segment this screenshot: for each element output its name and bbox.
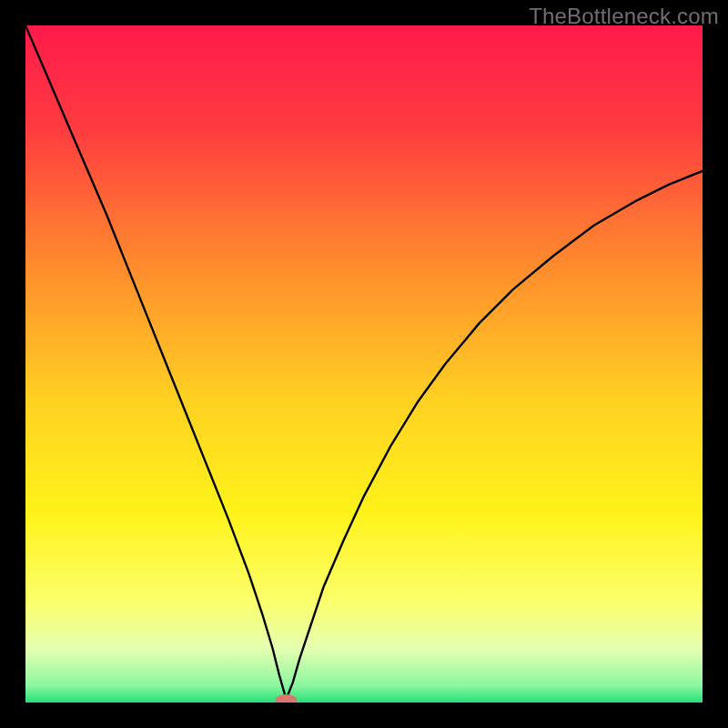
gradient-background [25,25,703,703]
bottleneck-chart [25,25,703,703]
watermark-text: TheBottleneck.com [529,4,719,29]
chart-frame [25,25,703,703]
